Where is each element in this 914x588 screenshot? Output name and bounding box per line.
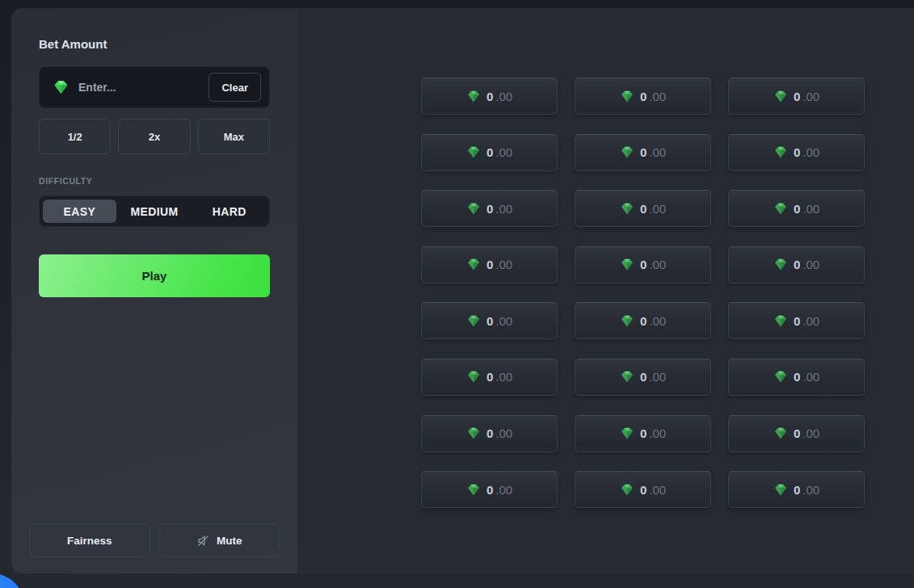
tile-value-whole: 0 — [640, 370, 647, 384]
payout-tile[interactable]: 0 .00 — [728, 359, 865, 396]
tiles-grid: 0 .00 0 .00 0 .00 — [421, 78, 865, 508]
gem-icon — [466, 145, 481, 159]
tile-value-decimals: .00 — [649, 426, 666, 440]
tile-value-decimals: .00 — [649, 483, 666, 497]
payout-tile[interactable]: 0 .00 — [421, 190, 558, 227]
tile-value-decimals: .00 — [495, 370, 512, 384]
gem-icon — [620, 483, 634, 497]
tile-value-whole: 0 — [640, 426, 647, 440]
play-button[interactable]: Play — [39, 254, 270, 297]
mute-label: Mute — [217, 535, 242, 547]
tile-value-decimals: .00 — [649, 202, 666, 216]
tile-value-decimals: .00 — [802, 258, 819, 271]
payout-tile[interactable]: 0 .00 — [728, 471, 865, 508]
gem-icon — [773, 483, 788, 497]
difficulty-option-easy[interactable]: EASY — [43, 200, 116, 223]
clear-button[interactable]: Clear — [208, 73, 261, 102]
tile-value-decimals: .00 — [802, 483, 819, 497]
chat-bubble[interactable] — [0, 573, 24, 588]
payout-tile[interactable]: 0 .00 — [575, 134, 711, 171]
tile-value-whole: 0 — [486, 370, 493, 384]
bet-amount-field: Clear — [39, 66, 270, 108]
tile-value-whole: 0 — [640, 483, 647, 497]
tile-value-whole: 0 — [486, 426, 493, 440]
gem-icon — [620, 90, 634, 103]
gem-icon — [620, 370, 634, 384]
gem-icon — [773, 314, 788, 328]
tile-value-decimals: .00 — [802, 145, 819, 159]
tile-value-whole: 0 — [486, 145, 493, 159]
half-bet-button[interactable]: 1/2 — [39, 119, 111, 154]
bet-amount-input[interactable] — [78, 81, 208, 94]
tile-value-whole: 0 — [794, 314, 800, 328]
difficulty-option-medium[interactable]: MEDIUM — [118, 200, 192, 223]
bet-sidebar: Bet Amount Clear 1/2 2x Max DIFFICULTY E… — [11, 8, 297, 573]
tile-value-whole: 0 — [486, 314, 493, 328]
gem-icon — [466, 314, 481, 328]
gem-icon — [466, 426, 481, 440]
payout-tile[interactable]: 0 .00 — [728, 190, 865, 227]
sidebar-footer: Fairness Mute — [29, 523, 280, 557]
gem-icon — [620, 426, 634, 440]
payout-tile[interactable]: 0 .00 — [421, 415, 558, 452]
bet-amount-label: Bet Amount — [39, 37, 270, 51]
difficulty-option-hard[interactable]: HARD — [192, 200, 266, 223]
tile-value-whole: 0 — [794, 370, 800, 384]
tile-value-whole: 0 — [640, 90, 647, 103]
double-bet-button[interactable]: 2x — [118, 119, 190, 154]
tile-value-whole: 0 — [794, 258, 800, 271]
tile-value-whole: 0 — [794, 202, 800, 216]
tile-value-whole: 0 — [640, 258, 647, 271]
gem-icon — [773, 145, 788, 159]
tile-value-decimals: .00 — [802, 202, 819, 216]
payout-tile[interactable]: 0 .00 — [575, 190, 711, 227]
tile-value-decimals: .00 — [649, 370, 666, 384]
payout-tile[interactable]: 0 .00 — [575, 302, 711, 339]
gem-icon — [466, 483, 481, 497]
tile-value-whole: 0 — [794, 426, 800, 440]
sidebar-spacer — [39, 297, 270, 523]
payout-tile[interactable]: 0 .00 — [728, 134, 865, 171]
tile-value-whole: 0 — [486, 258, 493, 271]
tile-value-whole: 0 — [486, 202, 493, 216]
tile-value-decimals: .00 — [495, 314, 512, 328]
gem-icon — [773, 258, 788, 271]
payout-tile[interactable]: 0 .00 — [728, 302, 865, 339]
payout-tile[interactable]: 0 .00 — [421, 302, 558, 339]
tile-value-decimals: .00 — [649, 314, 666, 328]
gem-icon — [466, 202, 481, 216]
tile-value-whole: 0 — [794, 90, 800, 103]
tile-value-whole: 0 — [486, 90, 493, 103]
gem-icon — [620, 314, 634, 328]
tile-value-decimals: .00 — [802, 426, 819, 440]
tile-value-decimals: .00 — [802, 370, 819, 384]
tile-value-decimals: .00 — [495, 90, 512, 103]
payout-tile[interactable]: 0 .00 — [421, 134, 558, 171]
gem-icon — [466, 258, 481, 271]
payout-tile[interactable]: 0 .00 — [575, 78, 711, 115]
payout-tile[interactable]: 0 .00 — [728, 246, 865, 284]
tile-value-decimals: .00 — [802, 90, 819, 103]
payout-tile[interactable]: 0 .00 — [421, 471, 558, 508]
tile-value-whole: 0 — [794, 145, 800, 159]
payout-tile[interactable]: 0 .00 — [575, 246, 711, 284]
max-bet-button[interactable]: Max — [198, 119, 270, 154]
tile-value-decimals: .00 — [802, 314, 819, 328]
payout-tile[interactable]: 0 .00 — [728, 78, 865, 115]
gem-icon — [620, 145, 634, 159]
fairness-button[interactable]: Fairness — [29, 523, 150, 557]
payout-tile[interactable]: 0 .00 — [575, 415, 711, 452]
payout-tile[interactable]: 0 .00 — [575, 471, 711, 508]
payout-tile[interactable]: 0 .00 — [421, 78, 558, 115]
tile-value-decimals: .00 — [495, 145, 512, 159]
mute-button[interactable]: Mute — [159, 523, 280, 557]
payout-tile[interactable]: 0 .00 — [421, 359, 558, 396]
tile-value-decimals: .00 — [649, 258, 666, 271]
payout-tile[interactable]: 0 .00 — [728, 415, 865, 452]
tile-value-decimals: .00 — [495, 202, 512, 216]
gem-icon — [466, 370, 481, 384]
payout-tile[interactable]: 0 .00 — [421, 246, 558, 284]
payout-tile[interactable]: 0 .00 — [575, 359, 711, 396]
muted-speaker-icon — [196, 534, 210, 548]
tile-value-decimals: .00 — [495, 426, 512, 440]
